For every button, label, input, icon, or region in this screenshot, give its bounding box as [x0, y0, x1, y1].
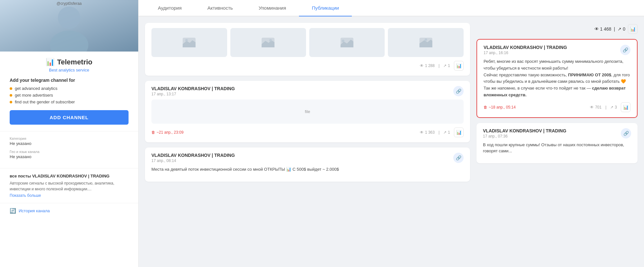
post-3-header: VLADISLAV KONDRASHOV | TRADING 17 апр., …: [151, 153, 464, 163]
post-channel-info: VLADISLAV KONDRASHOV | TRADING 17 апр., …: [151, 153, 235, 163]
image-placeholder-3: [309, 28, 385, 57]
delete-date: 🗑 ~18 апр., 05:14: [484, 105, 516, 110]
image-placeholder-4: [388, 28, 464, 57]
share-icon: ↗: [443, 63, 447, 68]
post-card-with-images: 👁 1 288 | ↗ 1 📊: [145, 23, 470, 76]
post-header-file: VLADISLAV KONDRASHOV | TRADING 17 апр., …: [151, 86, 464, 96]
delete-date: 🗑 ~21 апр., 23:09: [151, 130, 184, 135]
tabs-bar: Аудитория Активность Упоминания Публикац…: [139, 0, 644, 16]
geo-label: Гео и язык канала: [10, 150, 129, 154]
promo-subtitle: Best analytics service: [10, 68, 129, 72]
delete-date-text: ~21 апр., 23:09: [157, 130, 184, 135]
post-channel-info: VLADISLAV KONDRASHOV | TRADING 17 апр., …: [484, 45, 567, 55]
posts-column-right: 👁 1 468 | ↗ 0 📊 VLA: [476, 16, 644, 267]
feature-item-2: get more advertisers: [10, 93, 129, 98]
shares-stat: ↗ 1: [443, 63, 450, 68]
post-card-3: VLADISLAV KONDRASHOV | TRADING 17 апр., …: [145, 148, 470, 182]
feature-label: get advanced analytics: [15, 86, 57, 91]
delete-date-text: ~18 апр., 05:14: [489, 105, 516, 110]
post-card-right-2: VLADISLAV KONDRASHOV | TRADING 17 апр., …: [476, 123, 638, 163]
post-date: 17 апр., 08:14: [151, 158, 235, 163]
posts-area: 👁 1 288 | ↗ 1 📊: [139, 16, 644, 267]
post-file-footer: 🗑 ~21 апр., 23:09 👁 1 363 | ↗ 1: [151, 128, 464, 137]
post-channel-info: VLADISLAV KONDRASHOV | TRADING 17 апр., …: [151, 86, 235, 96]
top-right-stats: 👁 1 468 | ↗ 0 📊: [476, 20, 638, 34]
top-shares-count: 0: [623, 26, 625, 32]
promo-block: 📊 Telemetrio Best analytics service Add …: [0, 52, 138, 131]
desc-title: все посты VLADISLAV KONDRASHOV | TRADING: [10, 174, 129, 178]
top-views-count: 1 468: [600, 26, 611, 32]
share-icon: ↗: [618, 26, 621, 32]
channel-name: VLADISLAV KONDRASHOV | TRADING: [483, 128, 566, 133]
post-card-file: VLADISLAV KONDRASHOV | TRADING 17 апр., …: [145, 81, 470, 142]
eye-icon: 👁: [420, 130, 424, 135]
views-stat: 👁 1 288: [420, 63, 435, 68]
desc-text: Авторские сигналы с высокой проходимость…: [10, 180, 129, 192]
shares-count: 1: [448, 63, 450, 68]
trash-icon: 🗑: [484, 105, 487, 110]
sidebar: @crypt0sferaa 📊 Telemetrio Best analytic…: [0, 0, 139, 267]
bullet-icon: [10, 101, 12, 103]
feature-item-1: get advanced analytics: [10, 86, 129, 91]
post-1-stats: 👁 1 288 | ↗ 1 📊: [420, 61, 464, 71]
channel-history-link[interactable]: 🔄 История канала: [0, 203, 138, 218]
post-link-button[interactable]: 🔗: [620, 45, 630, 55]
history-label: История канала: [19, 208, 50, 213]
chart-button-1[interactable]: 📊: [454, 61, 464, 71]
top-shares-stat: ↗ 0: [618, 26, 625, 32]
svg-point-11: [425, 38, 427, 41]
post-link-button[interactable]: 🔗: [453, 153, 464, 163]
bar-chart-icon: 📊: [623, 105, 629, 110]
chart-button-highlighted[interactable]: 📊: [621, 102, 630, 112]
highlighted-post-content: Ребят, многие из вас просят уменьшить су…: [484, 58, 630, 99]
category-value: Не указано: [10, 141, 129, 146]
tab-activity[interactable]: Активность: [195, 0, 246, 16]
promo-features-list: get advanced analytics get more advertis…: [10, 86, 129, 104]
eye-icon: 👁: [590, 105, 594, 110]
bullet-icon: [10, 87, 12, 90]
post-r2-content: В ход пошли крупные суммы! Отзывы от наш…: [483, 142, 631, 154]
post-1-footer: 👁 1 288 | ↗ 1 📊: [151, 61, 464, 71]
views-stat: 👁 701: [590, 105, 601, 110]
top-views-stat: 👁 1 468: [594, 26, 611, 32]
image-row: [151, 28, 464, 57]
post-link-button[interactable]: 🔗: [453, 86, 464, 96]
tab-mentions[interactable]: Упоминания: [246, 0, 299, 16]
trash-icon: 🗑: [151, 130, 155, 135]
telemetrio-icon: 📊: [46, 58, 54, 66]
top-chart-button[interactable]: 📊: [628, 24, 638, 34]
svg-point-5: [185, 39, 188, 42]
posts-column-left: 👁 1 288 | ↗ 1 📊: [139, 16, 476, 267]
tab-audience[interactable]: Аудитория: [145, 0, 195, 16]
svg-point-7: [269, 39, 272, 42]
category-label: Категория: [10, 137, 129, 140]
share-icon: ↗: [610, 105, 613, 110]
tab-publications[interactable]: Публикации: [299, 0, 352, 16]
image-placeholder-1: [151, 28, 227, 57]
bold-text-2: сделаю возврат вложенных средств.: [484, 86, 626, 97]
bar-chart-icon: 📊: [630, 26, 636, 32]
highlighted-post-header: VLADISLAV KONDRASHOV | TRADING 17 апр., …: [484, 45, 630, 55]
bar-chart-icon: 📊: [456, 63, 462, 68]
chart-button-2[interactable]: 📊: [454, 128, 464, 137]
post-card-1: 👁 1 288 | ↗ 1 📊: [145, 23, 470, 76]
eye-icon: 👁: [594, 26, 599, 32]
promo-logo: 📊 Telemetrio: [10, 58, 129, 66]
show-more-link[interactable]: Показать больше: [10, 193, 41, 198]
views-count: 1 363: [425, 130, 435, 135]
post-date: 17 апр., 16:16: [484, 51, 567, 55]
channel-name: VLADISLAV KONDRASHOV | TRADING: [151, 86, 235, 91]
svg-point-9: [342, 40, 344, 42]
shares-count: 3: [615, 105, 617, 110]
channel-name: VLADISLAV KONDRASHOV | TRADING: [484, 45, 567, 50]
add-channel-button[interactable]: ADD CHANNEL: [10, 110, 129, 125]
bold-text-1: ПРИНИМАЮ ОТ 200$: [568, 72, 611, 77]
image-placeholder-2: [230, 28, 306, 57]
highlighted-post-footer: 🗑 ~18 апр., 05:14 👁 701 | ↗ 3: [484, 102, 630, 112]
post-link-button[interactable]: 🔗: [621, 128, 631, 138]
channel-avatar: @crypt0sferaa: [0, 0, 138, 52]
avatar-image: @crypt0sferaa: [0, 0, 138, 52]
main-content: Аудитория Активность Упоминания Публикац…: [139, 0, 644, 267]
shares-stat: ↗ 1: [443, 130, 450, 135]
promo-heading: Add your telegram channel for: [10, 78, 129, 83]
